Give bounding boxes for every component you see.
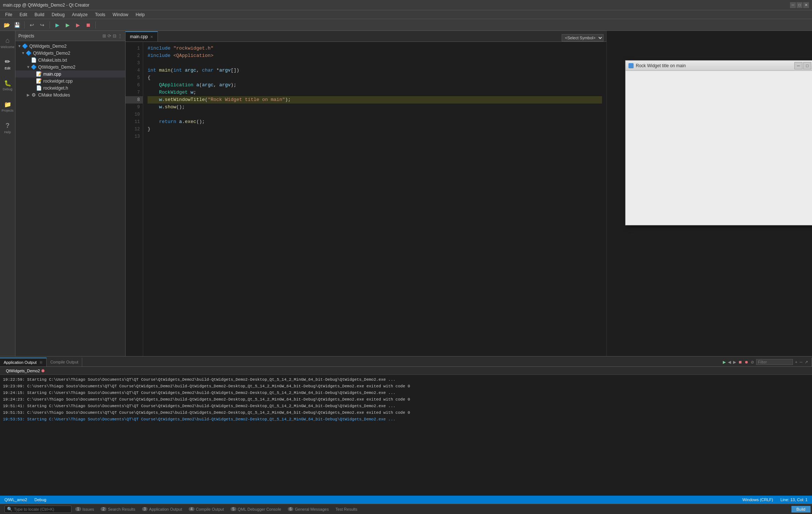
status-crlf[interactable]: Windows (CRLF) (741, 497, 775, 503)
menu-help[interactable]: Help (132, 11, 149, 18)
code-line-4: int main(int argc, char *argv[]) (148, 67, 602, 74)
tree-item-rockwidget.h[interactable]: 📄rockwidget.h (15, 84, 125, 91)
tree-item-cmake-modules[interactable]: ▶⚙CMake Modules (15, 91, 125, 98)
menu-file[interactable]: File (1, 11, 16, 18)
sidebar-item-welcome[interactable]: ⌂ Welcome (1, 32, 15, 53)
close-button[interactable]: ✕ (803, 2, 809, 8)
add-icon[interactable]: + (795, 360, 797, 364)
tree-item-qtwidgets_demo2[interactable]: ▼🔷QtWidgets_Demo2 (15, 64, 125, 70)
code-line-6: QApplication a(argc, argv); (148, 82, 602, 89)
line-numbers: 1 2 3 4 5 6 7 8 9 10 11 12 13 (126, 42, 143, 356)
status-kit[interactable]: QtWL_amo2 (3, 497, 29, 503)
menu-window[interactable]: Window (109, 11, 132, 18)
menu-debug[interactable]: Debug (48, 11, 68, 18)
tree-item-qtwidgets_demo2[interactable]: ▼🔷QtWidgets_Demo2 (15, 43, 125, 50)
tree-arrow: ▼ (17, 44, 22, 48)
menu-build[interactable]: Build (31, 11, 48, 18)
output-line-2: 19:23:09: C:\Users\Thiago Souto\Document… (3, 383, 809, 390)
record-icon[interactable]: ⏺ (744, 360, 748, 364)
tree-icon: 📝 (36, 78, 42, 84)
clear-icon[interactable]: ⊘ (751, 360, 754, 365)
tab-compile-output[interactable]: Compile Output (47, 358, 82, 366)
toolbar-open-button[interactable]: 📂 (2, 21, 11, 29)
tree-icon: ⚙ (31, 92, 37, 98)
sidebar-item-help[interactable]: ? Help (1, 117, 15, 138)
status-tab-issues[interactable]: 1 Issues (72, 505, 97, 514)
editor-area: main.cpp ✕ <Select Symbol> 1 2 3 4 5 6 7… (126, 31, 606, 356)
symbol-selector[interactable]: <Select Symbol> (158, 34, 606, 41)
toolbar-redo-button[interactable]: ↪ (38, 21, 47, 29)
maximize-button[interactable]: □ (797, 2, 802, 8)
status-tab-qml-debugger[interactable]: 5 QML Debugger Console (228, 505, 284, 514)
toolbar-run-button[interactable]: ▶ (63, 21, 72, 29)
status-tab-general-messages[interactable]: 6 General Messages (285, 505, 332, 514)
symbol-select[interactable]: <Select Symbol> (562, 34, 603, 41)
status-bar: QtWL_amo2 Debug Windows (CRLF) Line: 13,… (0, 496, 812, 504)
tab-main-cpp-label: main.cpp (130, 34, 148, 39)
sidebar-item-debug[interactable]: 🐛 Debug (1, 75, 15, 95)
tab-main-cpp[interactable]: main.cpp ✕ (126, 31, 158, 41)
tree-arrow: ▼ (26, 65, 31, 69)
locate-input[interactable] (14, 507, 69, 511)
status-tab-test-results[interactable]: Test Results (333, 505, 360, 514)
main-area: ⌂ Welcome ✏ Edit 🐛 Debug 📁 Projects ? He… (0, 31, 812, 356)
app-output-tools[interactable]: ⊞ (40, 361, 43, 364)
play-icon[interactable]: ▶ (723, 360, 726, 365)
menu-tools[interactable]: Tools (91, 11, 109, 18)
tree-item-rockwidget.cpp[interactable]: 📝rockwidget.cpp (15, 77, 125, 84)
output-line-1: 19:22:59: Starting C:\Users\Thiago Souto… (3, 376, 809, 383)
editor-content[interactable]: 1 2 3 4 5 6 7 8 9 10 11 12 13 #include "… (126, 42, 606, 356)
search-bar[interactable]: 🔍 (4, 506, 72, 513)
status-tab-app-output[interactable]: 3 Application Output (139, 505, 185, 514)
tree-label: main.cpp (43, 72, 61, 77)
toolbar-undo-button[interactable]: ↩ (28, 21, 36, 29)
line-num-9: 9 (126, 104, 143, 111)
app-output-count: 3 (142, 507, 148, 511)
toolbar: 📂 💾 ↩ ↪ ▶ ▶ ▶ ⏹ (0, 19, 812, 31)
toolbar-debug-run-button[interactable]: ▶ (73, 21, 82, 29)
output-project-tab[interactable]: QtWidgets_Demo2 (3, 368, 47, 374)
sidebar-item-edit[interactable]: ✏ Edit (1, 54, 15, 74)
menu-analyze[interactable]: Analyze (68, 11, 91, 18)
stop-icon[interactable]: ⏹ (738, 360, 742, 364)
preview-area: Rock Widget title on main ─ □ ✕ (606, 31, 812, 356)
expand-icon[interactable]: ↗ (805, 360, 808, 365)
tree-label: QtWidgets_Demo2 (38, 65, 75, 70)
tree-item-qtwidgets_demo2[interactable]: ▼🔷QtWidgets_Demo2 (15, 50, 125, 57)
status-line-col-text: Line: 13, Col: 1 (780, 497, 808, 502)
output-project-close[interactable] (41, 369, 44, 372)
tree-label: QtWidgets_Demo2 (33, 51, 70, 56)
sync-icon[interactable]: ⟳ (108, 33, 111, 39)
more-icon[interactable]: ⋮ (118, 33, 122, 39)
status-line-col[interactable]: Line: 13, Col: 1 (779, 497, 809, 503)
tree-item-main.cpp[interactable]: 📝main.cpp (15, 70, 125, 77)
collapse-icon[interactable]: ⊟ (113, 33, 116, 39)
projects-header-icons: ⊞ ⟳ ⊟ ⋮ (102, 33, 122, 39)
line-num-7: 7 (126, 89, 143, 96)
status-tab-search-results[interactable]: 2 Search Results (98, 505, 138, 514)
nav-right-icon[interactable]: ▶ (733, 360, 736, 365)
menu-edit[interactable]: Edit (16, 11, 31, 18)
code-content[interactable]: #include "rockwidget.h" #include <QAppli… (143, 42, 606, 356)
tab-main-cpp-close[interactable]: ✕ (150, 35, 153, 39)
toolbar-save-button[interactable]: 💾 (12, 21, 21, 29)
qt-preview-window[interactable]: Rock Widget title on main ─ □ ✕ (625, 60, 812, 225)
nav-left-icon[interactable]: ◀ (728, 360, 731, 365)
build-button[interactable]: Build (791, 506, 811, 513)
status-tab-compile-output[interactable]: 4 Compile Output (186, 505, 227, 514)
tab-application-output[interactable]: Application Output ⊞ (0, 358, 47, 366)
toolbar-stop-button[interactable]: ⏹ (84, 21, 93, 29)
general-count: 6 (288, 507, 294, 511)
tree-item-cmakelists.txt[interactable]: 📄CMakeLists.txt (15, 57, 125, 64)
collapse-icon[interactable]: ─ (800, 360, 802, 364)
tab-toolbar-icons: ▶ ◀ ▶ ⏹ ⏺ ⊘ + ─ ↗ (719, 358, 812, 366)
toolbar-build-button[interactable]: ▶ (53, 21, 62, 29)
qt-maximize-button[interactable]: □ (803, 62, 811, 69)
tree-icon: 🔷 (31, 64, 37, 70)
output-filter-input[interactable] (756, 359, 793, 365)
sidebar-item-projects[interactable]: 📁 Projects (1, 96, 15, 117)
minimize-button[interactable]: ─ (790, 2, 796, 8)
qt-minimize-button[interactable]: ─ (794, 62, 802, 69)
status-build-type[interactable]: Debug (33, 497, 48, 503)
filter-icon[interactable]: ⊞ (102, 33, 106, 39)
